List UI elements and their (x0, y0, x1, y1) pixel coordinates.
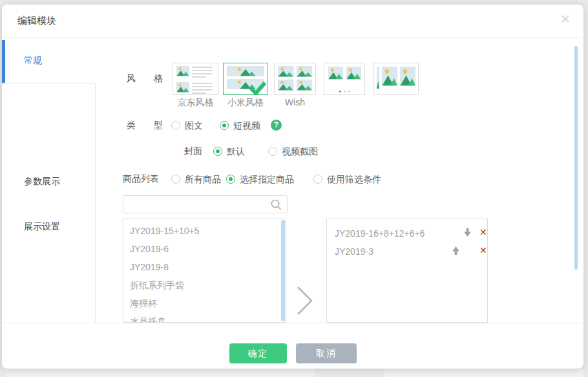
background-page-fragment (5, 369, 315, 377)
list-item[interactable]: JY2019-15+10+5 (123, 219, 286, 240)
move-up-icon[interactable] (452, 246, 459, 255)
jd-thumb-row (173, 63, 218, 80)
style-label-jd: 京东风格 (173, 97, 218, 109)
cancel-button[interactable]: 取消 (296, 343, 357, 363)
style-row-label: 风格 (127, 73, 163, 85)
search-icon[interactable] (270, 199, 282, 211)
radio-select-specified[interactable] (226, 175, 235, 184)
tab-display-settings[interactable]: 展示设置 (24, 221, 60, 233)
banner-placeholder-icon (227, 66, 264, 76)
style-option-carousel-dots[interactable] (324, 63, 365, 95)
product-search-box (123, 195, 288, 213)
radio-video-screenshot[interactable] (268, 147, 277, 156)
image-placeholder-icon (377, 67, 379, 89)
image-placeholder-icon (176, 82, 189, 92)
selected-row: JY2019-3 ✕ (327, 242, 487, 260)
tab-general[interactable]: 常规 (24, 55, 42, 67)
radio-all-products-label[interactable]: 所有商品 (185, 174, 221, 186)
sidebar: 参数展示 展示设置 (2, 83, 96, 323)
radio-use-filter[interactable] (313, 175, 322, 184)
selected-row: JY2019-16+8+12+6+6 ✕ (327, 224, 487, 242)
radio-image-text-label[interactable]: 图文 (185, 120, 203, 132)
list-scrollbar[interactable] (281, 220, 285, 321)
move-down-icon[interactable] (464, 228, 471, 237)
style-option-carousel-peek[interactable] (373, 63, 419, 95)
radio-short-video[interactable] (220, 121, 229, 130)
radio-default-cover-label[interactable]: 默认 (227, 146, 245, 158)
selected-product-name: JY2019-16+8+12+6+6 (335, 228, 425, 239)
dialog-scrollbar[interactable] (574, 46, 578, 270)
list-item[interactable]: 水晶托盘 (123, 312, 286, 323)
image-placeholder-icon (278, 80, 294, 91)
image-placeholder-icon (346, 67, 361, 80)
carousel-dots-icon (324, 89, 364, 92)
image-placeholder-icon (382, 67, 397, 86)
image-placeholder-icon (278, 66, 294, 77)
product-list-row-label: 商品列表 (123, 173, 159, 185)
tab-parameter-display[interactable]: 参数展示 (24, 176, 60, 188)
list-item[interactable]: 海狸杯 (123, 294, 286, 312)
available-products-list: JY2019-15+10+5 JY2019-6 JY2019-8 折纸系列手袋 … (123, 219, 286, 323)
edit-module-dialog: 编辑模块 ✕ 常规 参数展示 展示设置 风格 (2, 5, 583, 369)
cover-row-label: 封面 (184, 145, 202, 157)
search-input[interactable] (129, 197, 264, 211)
transfer-right-icon[interactable] (296, 285, 314, 316)
jd-thumb-row (173, 80, 218, 96)
radio-default-cover[interactable] (213, 147, 222, 156)
list-item[interactable]: JY2019-6 (123, 240, 286, 258)
close-icon[interactable]: ✕ (560, 13, 571, 25)
radio-use-filter-label[interactable]: 使用筛选条件 (327, 174, 381, 186)
style-option-jd[interactable] (173, 63, 218, 95)
radio-image-text[interactable] (171, 121, 180, 130)
style-option-xiaomi[interactable] (223, 63, 268, 95)
page-background: 编辑模块 ✕ 常规 参数展示 展示设置 风格 (0, 0, 588, 377)
type-row-label: 类型 (127, 120, 163, 131)
list-item[interactable]: JY2019-8 (123, 258, 286, 276)
header-divider (2, 38, 583, 38)
image-placeholder-icon (176, 66, 189, 76)
list-item[interactable]: 折纸系列手袋 (123, 276, 286, 294)
image-placeholder-icon (400, 67, 415, 86)
help-icon[interactable]: ? (271, 120, 282, 131)
image-placeholder-icon (328, 67, 343, 80)
selected-product-name: JY2019-3 (335, 246, 373, 257)
style-option-wish[interactable] (274, 63, 316, 95)
confirm-button[interactable]: 确定 (229, 343, 287, 363)
style-label-wish: Wish (274, 97, 316, 107)
active-tab-indicator (2, 40, 5, 83)
footer-divider (2, 323, 583, 323)
background-page-fragment (384, 369, 583, 377)
selected-check-icon (249, 81, 267, 95)
dialog-title: 编辑模块 (17, 15, 56, 27)
radio-all-products[interactable] (171, 175, 180, 184)
style-label-xiaomi: 小米风格 (223, 97, 268, 109)
radio-short-video-label[interactable]: 短视频 (233, 120, 260, 132)
selected-products-list: JY2019-16+8+12+6+6 ✕ JY2019-3 ✕ (326, 219, 488, 323)
image-placeholder-icon (297, 66, 313, 77)
radio-select-specified-label[interactable]: 选择指定商品 (240, 174, 294, 186)
radio-video-screenshot-label[interactable]: 视频截图 (282, 146, 318, 158)
remove-icon[interactable]: ✕ (479, 227, 487, 237)
remove-icon[interactable]: ✕ (479, 245, 487, 255)
image-placeholder-icon (297, 80, 313, 91)
